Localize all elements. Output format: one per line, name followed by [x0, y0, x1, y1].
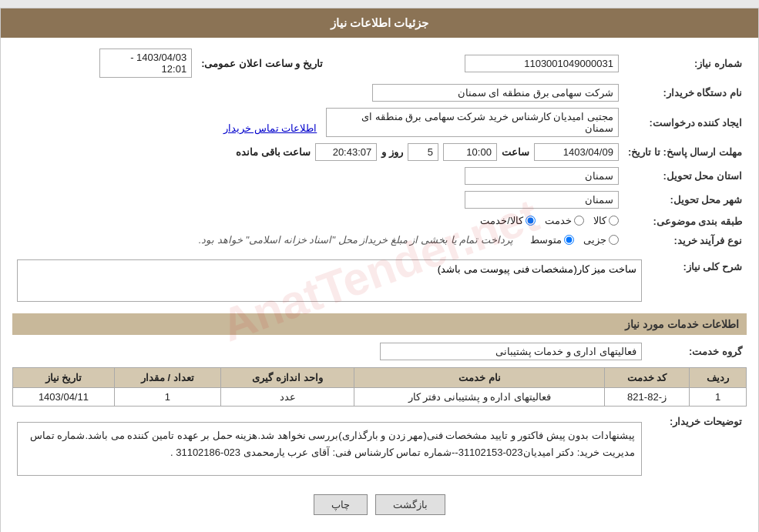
services-section-title: اطلاعات خدمات مورد نیاز [12, 313, 747, 335]
th-service-code: کد خدمت [604, 368, 689, 388]
th-service-name: نام خدمت [354, 368, 604, 388]
radio-service-label: خدمت [545, 215, 572, 226]
th-row-num: ردیف [690, 368, 747, 388]
radio-goods-service-input[interactable] [526, 216, 536, 226]
need-number-value: 1103001049000031 [465, 55, 619, 72]
city-value: سمنان [465, 191, 619, 209]
th-quantity: تعداد / مقدار [114, 368, 220, 388]
info-table: شماره نیاز: 1103001049000031 تاریخ و ساع… [12, 45, 747, 250]
page-wrapper: AnatTender.net جزئیات اطلاعات نیاز شماره… [0, 8, 759, 532]
services-table: ردیف کد خدمت نام خدمت واحد اندازه گیری ت… [12, 367, 747, 407]
city-row: شهر محل تحویل: سمنان [12, 188, 747, 212]
service-group-row: گروه خدمت: فعالیتهای اداری و خدمات پشتیب… [12, 340, 747, 363]
description-row: شرح کلی نیاز: ساخت میز کار(مشخصات فنی پی… [12, 256, 747, 307]
th-date: تاریخ نیاز [13, 368, 115, 388]
services-tbody: 1ز-82-821فعالیتهای اداره و پشتیبانی دفتر… [13, 388, 747, 407]
creator-value: مجتبی امیدیان کارشناس خرید شرکت سهامی بر… [326, 108, 619, 137]
deadline-remaining: 20:43:07 [315, 143, 377, 161]
page-title: جزئیات اطلاعات نیاز [331, 16, 428, 29]
radio-goods: کالا [593, 215, 619, 226]
contact-link[interactable]: اطلاعات تماس خریدار [223, 122, 317, 134]
buyer-org-label: نام دستگاه خریدار: [623, 81, 747, 105]
buyer-org-value: شرکت سهامی برق منطقه ای سمنان [372, 84, 619, 102]
services-header-row: ردیف کد خدمت نام خدمت واحد اندازه گیری ت… [13, 368, 747, 388]
notes-content: پیشنهادات بدون پیش فاکتور و تایید مشخصات… [17, 422, 642, 476]
deadline-fields: 1403/04/09 ساعت 10:00 5 روز و 20:43:07 س… [17, 143, 619, 161]
deadline-time: 10:00 [443, 143, 497, 161]
table-row: 1ز-82-821فعالیتهای اداره و پشتیبانی دفتر… [13, 388, 747, 407]
radio-partial-input[interactable] [609, 235, 619, 245]
need-number-row: شماره نیاز: 1103001049000031 تاریخ و ساع… [12, 45, 747, 81]
days-label: روز و [381, 146, 403, 158]
announcement-value: 1403/04/03 - 12:01 [99, 49, 192, 78]
category-radio-group: کالا خدمت کالا/خدمت [480, 215, 619, 226]
description-textarea[interactable]: ساخت میز کار(مشخصات فنی پیوست می باشد) [17, 259, 642, 302]
radio-medium: متوسط [530, 234, 574, 246]
category-label: طبقه بندی موضوعی: [623, 212, 747, 231]
time-label: ساعت [502, 146, 529, 158]
service-group-table: گروه خدمت: فعالیتهای اداری و خدمات پشتیب… [12, 340, 747, 363]
services-thead: ردیف کد خدمت نام خدمت واحد اندازه گیری ت… [13, 368, 747, 388]
service-group-label: گروه خدمت: [646, 340, 747, 363]
purchase-type-label: نوع فرآیند خرید: [623, 231, 747, 250]
creator-row: ایجاد کننده درخواست: مجتبی امیدیان کارشن… [12, 105, 747, 140]
back-button[interactable]: بازگشت [375, 494, 445, 515]
radio-goods-label: کالا [593, 215, 606, 226]
purchase-note: پرداخت تمام یا بخشی از مبلغ خریداز محل "… [199, 234, 513, 246]
main-content: شماره نیاز: 1103001049000031 تاریخ و ساع… [1, 38, 758, 532]
deadline-days: 5 [408, 143, 438, 161]
description-label: شرح کلی نیاز: [646, 256, 747, 307]
radio-service-input[interactable] [574, 216, 584, 226]
announcement-label: تاریخ و ساعت اعلان عمومی: [201, 58, 323, 69]
remaining-label: ساعت باقی مانده [236, 146, 311, 158]
th-unit: واحد اندازه گیری [220, 368, 354, 388]
deadline-date: 1403/04/09 [534, 143, 619, 161]
service-group-value: فعالیتهای اداری و خدمات پشتیبانی [380, 343, 642, 360]
radio-partial-label: جزیی [583, 234, 606, 246]
page-header: جزئیات اطلاعات نیاز [1, 8, 758, 38]
radio-goods-service: کالا/خدمت [480, 215, 536, 226]
purchase-radio-group: جزیی متوسط پرداخت تمام یا بخشی از مبلغ خ… [199, 234, 619, 246]
radio-medium-input[interactable] [564, 235, 574, 245]
radio-service: خدمت [545, 215, 584, 226]
creator-label: ایجاد کننده درخواست: [623, 105, 747, 140]
province-row: استان محل تحویل: سمنان [12, 164, 747, 188]
notes-label: توضیحات خریدار: [646, 413, 747, 485]
print-button[interactable]: چاپ [314, 494, 368, 515]
radio-goods-service-label: کالا/خدمت [480, 215, 523, 226]
purchase-type-row: نوع فرآیند خرید: جزیی متوسط پرداخت تمام … [12, 231, 747, 250]
province-value: سمنان [465, 167, 619, 185]
radio-partial: جزیی [583, 234, 619, 246]
radio-goods-input[interactable] [609, 216, 619, 226]
city-label: شهر محل تحویل: [623, 188, 747, 212]
province-label: استان محل تحویل: [623, 164, 747, 188]
notes-table: توضیحات خریدار: پیشنهادات بدون پیش فاکتو… [12, 413, 747, 485]
buttons-row: بازگشت چاپ [12, 494, 747, 515]
notes-row: توضیحات خریدار: پیشنهادات بدون پیش فاکتو… [12, 413, 747, 485]
deadline-row: مهلت ارسال پاسخ: تا تاریخ: 1403/04/09 سا… [12, 140, 747, 164]
description-table: شرح کلی نیاز: ساخت میز کار(مشخصات فنی پی… [12, 256, 747, 307]
need-number-label: شماره نیاز: [623, 45, 747, 81]
radio-medium-label: متوسط [530, 234, 562, 246]
buyer-org-row: نام دستگاه خریدار: شرکت سهامی برق منطقه … [12, 81, 747, 105]
category-row: طبقه بندی موضوعی: کالا خدمت [12, 212, 747, 231]
deadline-label: مهلت ارسال پاسخ: تا تاریخ: [623, 140, 747, 164]
